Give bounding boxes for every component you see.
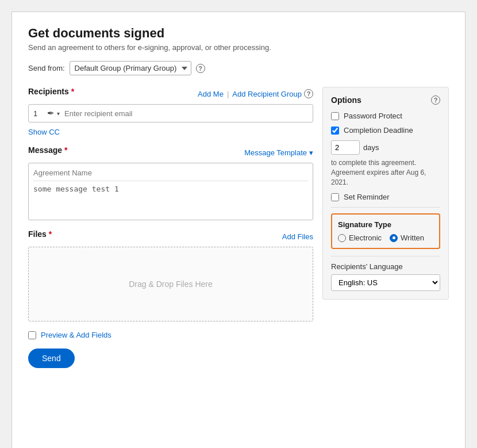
electronic-radio-circle (338, 234, 346, 242)
password-protect-checkbox[interactable] (331, 112, 339, 120)
password-protect-label: Password Protect (344, 112, 402, 120)
options-panel: Options ? Password Protect Completion De… (322, 87, 449, 300)
recipients-header: Recipients * Add Me | Add Recipient Grou… (28, 87, 313, 101)
send-button[interactable]: Send (28, 349, 75, 368)
set-reminder-label: Set Reminder (344, 193, 389, 201)
recipients-actions: Add Me | Add Recipient Group ? (198, 89, 313, 98)
set-reminder-row: Set Reminder (331, 193, 440, 201)
deadline-note: to complete this agreement. Agreement ex… (331, 158, 440, 187)
recipient-number: 1 (33, 109, 43, 118)
files-label: Files * (28, 229, 52, 239)
signature-type-box: Signature Type Electronic Written (331, 213, 440, 249)
deadline-row: days (331, 140, 440, 155)
show-cc-button[interactable]: Show CC (28, 128, 60, 136)
main-layout: Recipients * Add Me | Add Recipient Grou… (28, 87, 449, 368)
written-radio-option[interactable]: Written (390, 233, 424, 242)
add-recipient-group-button[interactable]: Add Recipient Group (232, 90, 302, 98)
recipients-lang-label: Recipients' Language (331, 262, 440, 271)
page-subtitle: Send an agreement to others for e-signin… (28, 43, 449, 52)
pen-icon: ✒ (47, 108, 55, 118)
recipients-label: Recipients * (28, 87, 74, 96)
written-radio-circle (390, 234, 398, 242)
right-panel: Options ? Password Protect Completion De… (322, 87, 449, 368)
files-header: Files * Add Files (28, 229, 313, 243)
add-files-button[interactable]: Add Files (282, 232, 313, 241)
electronic-radio-option[interactable]: Electronic (338, 233, 382, 242)
send-from-row: Send from: Default Group (Primary Group)… (28, 61, 449, 75)
actions-separator: | (227, 90, 229, 98)
send-from-select[interactable]: Default Group (Primary Group) (70, 61, 191, 75)
drop-text: Drag & Drop Files Here (129, 279, 213, 289)
files-required-star: * (47, 229, 52, 239)
message-section: Message * Message Template ▾ some messag… (28, 145, 313, 220)
options-header: Options ? (331, 95, 440, 105)
options-divider (331, 207, 440, 208)
set-reminder-checkbox[interactable] (331, 193, 339, 201)
message-label: Message * (28, 145, 68, 155)
message-template-button[interactable]: Message Template ▾ (244, 148, 313, 157)
radio-row: Electronic Written (338, 233, 433, 242)
recipients-help-icon[interactable]: ? (304, 89, 313, 98)
message-textarea[interactable]: some message test 1 (33, 185, 308, 213)
show-cc-section: Show CC (28, 127, 313, 136)
send-from-label: Send from: (28, 64, 65, 72)
recipient-row: 1 ✒ ▾ (28, 104, 313, 122)
page-title: Get documents signed (28, 26, 449, 41)
completion-deadline-row: Completion Deadline (331, 126, 440, 135)
add-me-button[interactable]: Add Me (198, 90, 224, 98)
deadline-days-label: days (363, 143, 379, 152)
message-header: Message * Message Template ▾ (28, 145, 313, 159)
password-protect-row: Password Protect (331, 112, 440, 120)
deadline-input[interactable] (331, 140, 360, 155)
agreement-name-input[interactable] (33, 169, 308, 181)
message-required-star: * (62, 145, 67, 155)
left-panel: Recipients * Add Me | Add Recipient Grou… (28, 87, 313, 368)
preview-row: Preview & Add Fields (28, 331, 313, 339)
language-select[interactable]: English: US English: UK French German Sp… (331, 274, 440, 291)
options-help-icon[interactable]: ? (431, 95, 440, 105)
send-from-help-icon[interactable]: ? (196, 64, 205, 73)
required-star: * (69, 87, 74, 96)
completion-deadline-checkbox[interactable] (331, 127, 339, 135)
page-container: Get documents signed Send an agreement t… (11, 12, 466, 448)
written-label: Written (401, 233, 424, 242)
completion-deadline-label: Completion Deadline (344, 126, 413, 135)
files-dropzone[interactable]: Drag & Drop Files Here (28, 247, 313, 321)
message-box: some message test 1 (28, 163, 313, 220)
lang-divider (331, 256, 440, 256)
signature-type-title: Signature Type (338, 220, 433, 229)
chevron-down-icon: ▾ (57, 110, 60, 117)
options-title: Options (331, 95, 361, 105)
preview-checkbox[interactable] (28, 331, 36, 339)
chevron-down-icon: ▾ (309, 148, 313, 157)
recipients-lang-section: Recipients' Language English: US English… (331, 262, 440, 291)
recipient-role-btn[interactable]: ✒ ▾ (47, 108, 60, 118)
electronic-label: Electronic (349, 233, 382, 242)
preview-label[interactable]: Preview & Add Fields (41, 331, 111, 339)
recipient-email-input[interactable] (64, 109, 308, 118)
files-section: Files * Add Files Drag & Drop Files Here (28, 229, 313, 321)
